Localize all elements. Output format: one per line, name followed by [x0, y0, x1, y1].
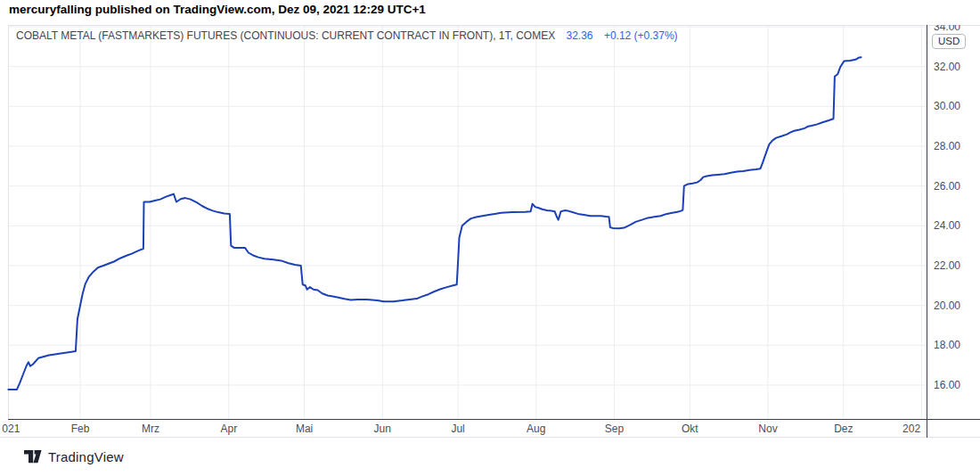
time-axis-label: 021 — [2, 423, 20, 435]
price-axis-label: 20.00 — [934, 300, 960, 312]
symbol-title: COBALT METAL (FASTMARKETS) FUTURES (CONT… — [16, 29, 555, 42]
time-axis-label: Feb — [71, 423, 90, 435]
chart-legend-header: COBALT METAL (FASTMARKETS) FUTURES (CONT… — [16, 29, 678, 42]
tradingview-logo-link[interactable]: TradingView — [24, 449, 124, 464]
series-line — [8, 57, 861, 390]
brand-name: TradingView — [48, 449, 124, 464]
time-axis-label: Dez — [834, 423, 853, 435]
price-axis-label: 32.00 — [934, 61, 960, 73]
time-axis[interactable]: 021FebMrzAprMaiJunJulAugSepOktNovDez202 — [0, 419, 927, 438]
vertical-gridlines — [80, 25, 921, 419]
time-axis-label: Jun — [374, 423, 391, 435]
time-axis-label: 202 — [902, 423, 920, 435]
time-axis-label: Mrz — [142, 423, 159, 435]
price-axis-label: 24.00 — [934, 219, 960, 232]
price-axis-label: 22.00 — [934, 259, 960, 272]
time-axis-label: Apr — [220, 423, 237, 435]
price-axis-label: 16.00 — [934, 379, 960, 391]
price-axis-label: 28.00 — [934, 140, 960, 152]
tradingview-logo-icon — [24, 450, 42, 464]
price-axis[interactable]: USD 34.0032.0030.0028.0026.0024.0022.002… — [927, 25, 980, 438]
time-axis-label: Aug — [527, 423, 545, 435]
time-axis-label: Sep — [605, 423, 624, 435]
last-price: 32.36 — [567, 29, 593, 42]
time-axis-label: Jul — [451, 423, 464, 435]
horizontal-gridlines — [8, 27, 927, 385]
price-axis-label: 18.00 — [934, 339, 960, 351]
price-chart[interactable] — [0, 0, 980, 476]
price-axis-label: 30.00 — [934, 100, 960, 112]
tradingview-snapshot: mercuryfalling published on TradingView.… — [0, 0, 980, 476]
currency-badge: USD — [932, 34, 966, 49]
price-axis-label: 34.00 — [934, 25, 960, 33]
time-axis-label: Mai — [296, 423, 313, 435]
price-change: +0.12 (+0.37%) — [604, 29, 678, 42]
price-axis-label: 26.00 — [934, 180, 960, 193]
time-axis-label: Okt — [682, 423, 698, 435]
time-axis-label: Nov — [758, 423, 777, 435]
